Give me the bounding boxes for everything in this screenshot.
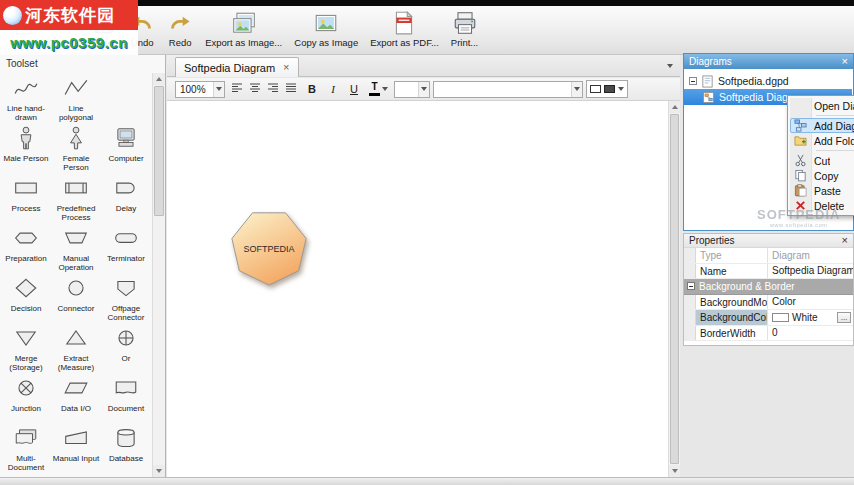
diagram-canvas[interactable]: SOFTPEDIA [167,101,668,477]
palette-item-line-hand-drawn[interactable]: Line hand-drawn [1,73,51,123]
palette-item-document[interactable]: Document [101,373,151,423]
palette-item-offpage-connector[interactable]: Offpage Connector [101,273,151,323]
bold-button[interactable]: B [303,80,321,98]
property-value[interactable]: Softpedia Diagram [768,264,853,279]
align-left-button[interactable] [228,80,246,98]
palette-item-connector[interactable]: Connector [51,273,101,323]
property-label[interactable]: BackgroundMode [696,295,768,310]
property-value[interactable]: 0 [768,326,853,341]
palette-item-merge-storage[interactable]: Merge (Storage) [1,323,51,373]
toolbar-button-export-image[interactable]: Export as Image... [199,9,288,49]
shape-palette: Toolset Line hand-drawnLine polygonalMal… [0,55,166,477]
data-io-icon [63,375,89,403]
palette-item-process[interactable]: Process [1,173,51,223]
properties-panel-header: Properties × [684,234,853,248]
font-color-button[interactable]: T [366,80,391,98]
align-center-button[interactable] [246,80,264,98]
palette-item-extract-measure[interactable]: Extract (Measure) [51,323,101,373]
menu-item-open-diagram[interactable]: Open Diagram [790,98,854,113]
property-value[interactable]: White... [768,310,853,325]
print-icon [452,10,478,36]
close-icon[interactable]: × [842,235,848,246]
canvas-scrollbar[interactable] [668,101,680,477]
align-justify-button[interactable] [282,80,300,98]
menu-item-add-folder[interactable]: Add Folder [790,133,854,148]
preparation-icon [13,225,39,253]
menu-item-add-diagram[interactable]: Add Diagram [790,118,854,133]
export-image-icon [231,10,257,36]
property-label[interactable]: Name [696,264,768,279]
palette-item-terminator[interactable]: Terminator [101,223,151,273]
menu-item-label: Add Diagram [814,120,854,132]
close-icon[interactable]: × [842,56,848,67]
palette-scrollbar[interactable] [152,73,165,477]
close-icon[interactable]: × [283,62,289,73]
font-family-select[interactable] [433,81,583,98]
palette-item-label: Connector [58,304,95,313]
tab-label: Softpedia Diagram [184,62,275,74]
property-label[interactable]: BorderWidth [696,326,768,341]
menu-item-copy[interactable]: Copy [790,168,854,183]
palette-item-manual-input[interactable]: Manual Input [51,423,101,473]
palette-item-predefined-process[interactable]: Predefined Process [51,173,101,223]
zoom-select[interactable]: 100% [175,81,225,98]
palette-header: Toolset [0,55,165,72]
alignment-group [228,80,300,98]
align-right-button[interactable] [264,80,282,98]
scroll-up-icon[interactable] [669,101,680,113]
palette-item-decision[interactable]: Decision [1,273,51,323]
menu-item-delete[interactable]: Delete [790,198,854,213]
line-swatch [604,85,615,93]
palette-item-junction[interactable]: Junction [1,373,51,423]
align-right-icon [267,80,279,98]
underline-button[interactable]: U [345,80,363,98]
palette-item-label: Terminator [107,254,145,263]
tree-node-project[interactable]: Softpedia.dgpd [684,73,853,89]
palette-item-male-person[interactable]: Male Person [1,123,51,173]
palette-item-preparation[interactable]: Preparation [1,223,51,273]
property-group-background-border[interactable]: Background & Border [684,279,853,295]
palette-item-line-polygonal[interactable]: Line polygonal [51,73,101,123]
scroll-down-icon[interactable] [669,465,680,477]
fill-line-style-button[interactable] [586,80,628,98]
palette-item-data-i-o[interactable]: Data I/O [51,373,101,423]
collapse-icon[interactable] [689,77,697,85]
menu-item-cut[interactable]: Cut [790,153,854,168]
tab-list-dropdown-icon[interactable] [667,64,673,68]
align-center-icon [249,80,261,98]
app-window: NewOpen...SaveUndoRedoExport as Image...… [0,0,854,485]
palette-item-multi-document[interactable]: Multi-Document [1,423,51,473]
tab-softpedia-diagram[interactable]: Softpedia Diagram × [175,57,299,77]
font-size-select[interactable] [394,81,430,98]
database-icon [113,425,139,453]
chevron-down-icon [618,87,624,91]
property-value[interactable]: Diagram [768,248,853,263]
collapse-icon[interactable] [687,282,695,290]
property-label[interactable]: Type [696,248,768,263]
color-picker-button[interactable]: ... [837,312,851,323]
toolbar-button-print[interactable]: Print... [445,9,484,49]
menu-item-paste[interactable]: Paste [790,183,854,198]
palette-item-manual-operation[interactable]: Manual Operation [51,223,101,273]
palette-item-computer[interactable]: Computer [101,123,151,173]
scroll-up-icon[interactable] [153,73,165,85]
toolbar-button-copy-image[interactable]: Copy as Image [288,9,364,49]
scroll-down-icon[interactable] [153,465,165,477]
palette-item-or[interactable]: Or [101,323,151,373]
copy-image-icon [313,10,339,36]
italic-button[interactable]: I [324,80,342,98]
softpedia-shape[interactable]: SOFTPEDIA [229,207,311,291]
scrollbar-thumb[interactable] [670,114,679,464]
property-label[interactable]: BackgroundColor [696,310,768,325]
palette-item-delay[interactable]: Delay [101,173,151,223]
scrollbar-thumb[interactable] [154,86,164,216]
toolbar-button-redo[interactable]: Redo [161,9,199,49]
palette-spacer [101,73,151,123]
palette-item-database[interactable]: Database [101,423,151,473]
menu-item-label: Paste [814,185,841,197]
palette-item-label: Computer [108,154,143,163]
palette-item-female-person[interactable]: Female Person [51,123,101,173]
property-value[interactable]: Color [768,295,853,310]
manual-operation-icon [63,225,89,253]
toolbar-button-export-pdf[interactable]: Export as PDF... [364,9,445,49]
